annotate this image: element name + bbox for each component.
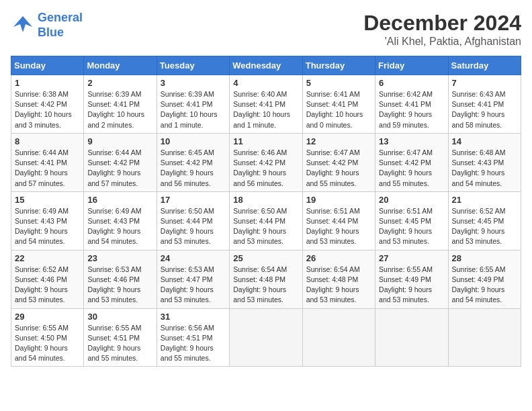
- calendar-cell: 14Sunrise: 6:48 AM Sunset: 4:43 PM Dayli…: [448, 133, 521, 191]
- calendar-week-4: 22Sunrise: 6:52 AM Sunset: 4:46 PM Dayli…: [11, 250, 521, 308]
- logo-line1: General: [38, 11, 83, 24]
- calendar-cell: 18Sunrise: 6:50 AM Sunset: 4:44 PM Dayli…: [230, 191, 302, 250]
- day-number: 16: [87, 195, 152, 205]
- calendar-cell: 5Sunrise: 6:41 AM Sunset: 4:41 PM Daylig…: [302, 75, 375, 134]
- calendar-cell: [448, 308, 521, 367]
- day-info: Sunrise: 6:54 AM Sunset: 4:48 PM Dayligh…: [306, 265, 371, 306]
- day-number: 23: [87, 253, 152, 263]
- day-info: Sunrise: 6:51 AM Sunset: 4:45 PM Dayligh…: [379, 206, 444, 247]
- calendar-table: SundayMondayTuesdayWednesdayThursdayFrid…: [11, 56, 521, 367]
- day-info: Sunrise: 6:48 AM Sunset: 4:43 PM Dayligh…: [452, 148, 517, 189]
- location-title: 'Ali Khel, Paktia, Afghanistan: [363, 36, 521, 48]
- day-number: 1: [15, 78, 80, 88]
- day-number: 5: [306, 78, 371, 88]
- day-info: Sunrise: 6:52 AM Sunset: 4:46 PM Dayligh…: [15, 265, 80, 306]
- logo-line2: Blue: [38, 26, 83, 40]
- logo-text: General Blue: [38, 11, 83, 40]
- calendar-cell: 15Sunrise: 6:49 AM Sunset: 4:43 PM Dayli…: [11, 191, 84, 250]
- day-number: 8: [15, 136, 80, 146]
- day-info: Sunrise: 6:53 AM Sunset: 4:46 PM Dayligh…: [87, 265, 152, 306]
- day-number: 10: [161, 136, 226, 146]
- calendar-cell: 22Sunrise: 6:52 AM Sunset: 4:46 PM Dayli…: [11, 250, 84, 308]
- day-info: Sunrise: 6:39 AM Sunset: 4:41 PM Dayligh…: [87, 89, 152, 130]
- header-cell-tuesday: Tuesday: [157, 56, 229, 75]
- day-number: 14: [452, 136, 517, 146]
- day-info: Sunrise: 6:55 AM Sunset: 4:51 PM Dayligh…: [87, 323, 152, 364]
- day-number: 17: [161, 195, 226, 205]
- calendar-cell: 25Sunrise: 6:54 AM Sunset: 4:48 PM Dayli…: [230, 250, 302, 308]
- day-number: 6: [379, 78, 444, 88]
- day-info: Sunrise: 6:52 AM Sunset: 4:45 PM Dayligh…: [452, 206, 517, 247]
- day-number: 25: [233, 253, 298, 263]
- day-info: Sunrise: 6:50 AM Sunset: 4:44 PM Dayligh…: [161, 206, 226, 247]
- day-number: 20: [379, 195, 444, 205]
- calendar-cell: 2Sunrise: 6:39 AM Sunset: 4:41 PM Daylig…: [84, 75, 157, 134]
- day-number: 13: [379, 136, 444, 146]
- day-number: 29: [15, 312, 80, 322]
- day-info: Sunrise: 6:55 AM Sunset: 4:49 PM Dayligh…: [379, 265, 444, 306]
- calendar-cell: [375, 308, 448, 367]
- calendar-cell: 4Sunrise: 6:40 AM Sunset: 4:41 PM Daylig…: [230, 75, 302, 134]
- header-cell-saturday: Saturday: [448, 56, 521, 75]
- day-info: Sunrise: 6:49 AM Sunset: 4:43 PM Dayligh…: [87, 206, 152, 247]
- calendar-cell: 26Sunrise: 6:54 AM Sunset: 4:48 PM Dayli…: [302, 250, 375, 308]
- calendar-cell: 1Sunrise: 6:38 AM Sunset: 4:42 PM Daylig…: [11, 75, 84, 134]
- day-info: Sunrise: 6:54 AM Sunset: 4:48 PM Dayligh…: [233, 265, 298, 306]
- calendar-cell: 29Sunrise: 6:55 AM Sunset: 4:50 PM Dayli…: [11, 308, 84, 367]
- calendar-cell: 10Sunrise: 6:45 AM Sunset: 4:42 PM Dayli…: [157, 133, 229, 191]
- day-info: Sunrise: 6:47 AM Sunset: 4:42 PM Dayligh…: [306, 148, 371, 189]
- day-info: Sunrise: 6:46 AM Sunset: 4:42 PM Dayligh…: [233, 148, 298, 189]
- day-info: Sunrise: 6:38 AM Sunset: 4:42 PM Dayligh…: [15, 89, 80, 130]
- day-number: 21: [452, 195, 517, 205]
- day-info: Sunrise: 6:55 AM Sunset: 4:50 PM Dayligh…: [15, 323, 80, 364]
- calendar-week-1: 1Sunrise: 6:38 AM Sunset: 4:42 PM Daylig…: [11, 75, 521, 134]
- calendar-cell: 23Sunrise: 6:53 AM Sunset: 4:46 PM Dayli…: [84, 250, 157, 308]
- day-number: 24: [161, 253, 226, 263]
- calendar-cell: 31Sunrise: 6:56 AM Sunset: 4:51 PM Dayli…: [157, 308, 229, 367]
- calendar-cell: 6Sunrise: 6:42 AM Sunset: 4:41 PM Daylig…: [375, 75, 448, 134]
- page-header: General Blue December 2024 'Ali Khel, Pa…: [11, 11, 521, 48]
- day-info: Sunrise: 6:43 AM Sunset: 4:41 PM Dayligh…: [452, 89, 517, 130]
- calendar-cell: 3Sunrise: 6:39 AM Sunset: 4:41 PM Daylig…: [157, 75, 229, 134]
- day-number: 18: [233, 195, 298, 205]
- day-number: 19: [306, 195, 371, 205]
- calendar-week-2: 8Sunrise: 6:44 AM Sunset: 4:41 PM Daylig…: [11, 133, 521, 191]
- day-number: 9: [87, 136, 152, 146]
- title-block: December 2024 'Ali Khel, Paktia, Afghani…: [363, 11, 521, 48]
- day-number: 26: [306, 253, 371, 263]
- header-cell-sunday: Sunday: [11, 56, 84, 75]
- calendar-body: 1Sunrise: 6:38 AM Sunset: 4:42 PM Daylig…: [11, 75, 521, 367]
- header-cell-wednesday: Wednesday: [230, 56, 302, 75]
- header-cell-monday: Monday: [84, 56, 157, 75]
- calendar-cell: 21Sunrise: 6:52 AM Sunset: 4:45 PM Dayli…: [448, 191, 521, 250]
- day-number: 4: [233, 78, 298, 88]
- day-info: Sunrise: 6:41 AM Sunset: 4:41 PM Dayligh…: [306, 89, 371, 130]
- calendar-cell: 7Sunrise: 6:43 AM Sunset: 4:41 PM Daylig…: [448, 75, 521, 134]
- day-info: Sunrise: 6:39 AM Sunset: 4:41 PM Dayligh…: [161, 89, 226, 130]
- day-info: Sunrise: 6:56 AM Sunset: 4:51 PM Dayligh…: [161, 323, 226, 364]
- calendar-cell: 19Sunrise: 6:51 AM Sunset: 4:44 PM Dayli…: [302, 191, 375, 250]
- month-title: December 2024: [363, 11, 521, 36]
- day-info: Sunrise: 6:45 AM Sunset: 4:42 PM Dayligh…: [161, 148, 226, 189]
- day-info: Sunrise: 6:40 AM Sunset: 4:41 PM Dayligh…: [233, 89, 298, 130]
- calendar-cell: [230, 308, 302, 367]
- day-number: 30: [87, 312, 152, 322]
- day-number: 2: [87, 78, 152, 88]
- calendar-cell: [302, 308, 375, 367]
- day-info: Sunrise: 6:50 AM Sunset: 4:44 PM Dayligh…: [233, 206, 298, 247]
- day-info: Sunrise: 6:47 AM Sunset: 4:42 PM Dayligh…: [379, 148, 444, 189]
- day-number: 12: [306, 136, 371, 146]
- calendar-cell: 11Sunrise: 6:46 AM Sunset: 4:42 PM Dayli…: [230, 133, 302, 191]
- day-info: Sunrise: 6:53 AM Sunset: 4:47 PM Dayligh…: [161, 265, 226, 306]
- day-info: Sunrise: 6:44 AM Sunset: 4:42 PM Dayligh…: [87, 148, 152, 189]
- calendar-cell: 27Sunrise: 6:55 AM Sunset: 4:49 PM Dayli…: [375, 250, 448, 308]
- calendar-cell: 28Sunrise: 6:55 AM Sunset: 4:49 PM Dayli…: [448, 250, 521, 308]
- calendar-cell: 20Sunrise: 6:51 AM Sunset: 4:45 PM Dayli…: [375, 191, 448, 250]
- calendar-cell: 30Sunrise: 6:55 AM Sunset: 4:51 PM Dayli…: [84, 308, 157, 367]
- logo: General Blue: [11, 11, 83, 40]
- calendar-cell: 9Sunrise: 6:44 AM Sunset: 4:42 PM Daylig…: [84, 133, 157, 191]
- day-number: 11: [233, 136, 298, 146]
- day-info: Sunrise: 6:55 AM Sunset: 4:49 PM Dayligh…: [452, 265, 517, 306]
- day-info: Sunrise: 6:42 AM Sunset: 4:41 PM Dayligh…: [379, 89, 444, 130]
- day-number: 27: [379, 253, 444, 263]
